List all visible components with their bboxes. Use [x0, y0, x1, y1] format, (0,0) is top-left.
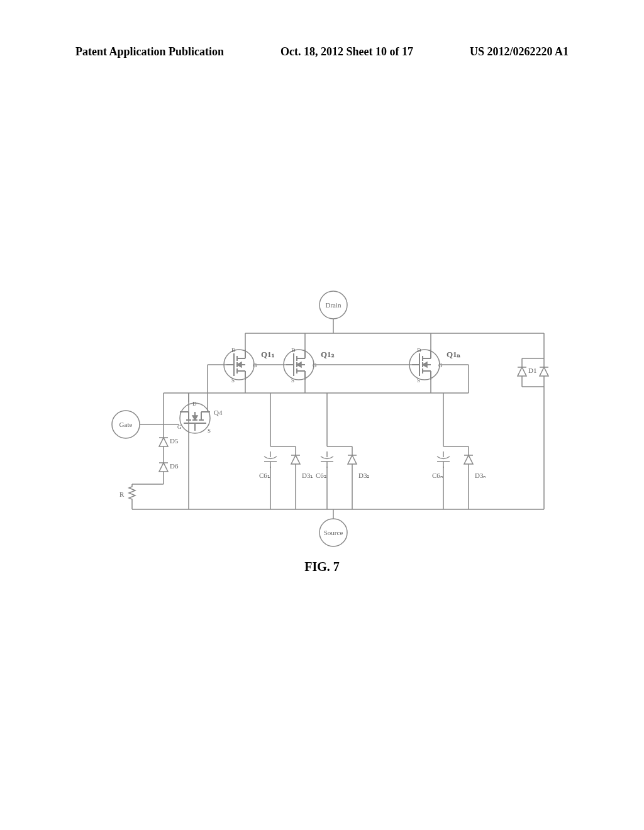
label-d6: D6: [170, 462, 179, 470]
header-center: Oct. 18, 2012 Sheet 10 of 17: [280, 45, 413, 58]
label-d32: D3₂: [358, 472, 369, 479]
pin-g: G: [177, 424, 182, 430]
pin-d: D: [231, 347, 236, 353]
label-q4: Q4: [214, 409, 223, 416]
label-c61: C6₁: [259, 472, 270, 479]
pin-s: S: [208, 428, 211, 434]
pin-g: G: [313, 362, 317, 368]
header-right: US 2012/0262220 A1: [470, 45, 569, 58]
pin-g: G: [253, 362, 257, 368]
label-c6n: C6ₙ: [432, 472, 443, 479]
figure-caption: FIG. 7: [0, 560, 644, 574]
pin-g: G: [438, 362, 443, 368]
label-d3n: D3ₙ: [475, 472, 486, 479]
label-q1n: Q1ₙ: [447, 350, 461, 359]
label-c62: C6₂: [316, 472, 326, 479]
circuit-figure: Drain Gate Source Q1₁ Q1₂ Q1ₙ Q4 D D D G…: [82, 289, 560, 553]
label-q11: Q1₁: [261, 350, 275, 359]
pin-d: D: [192, 401, 197, 407]
label-q12: Q1₂: [321, 350, 335, 359]
pin-s: S: [231, 377, 235, 384]
label-d5: D5: [170, 437, 179, 445]
pin-s: S: [291, 377, 294, 384]
label-r: R: [119, 490, 125, 498]
label-d31: D3₁: [302, 472, 313, 479]
terminal-gate-label: Gate: [119, 421, 133, 428]
pin-s: S: [417, 377, 420, 384]
pin-d: D: [291, 347, 296, 353]
terminal-source-label: Source: [324, 529, 343, 536]
terminal-drain-label: Drain: [325, 301, 341, 309]
circuit-svg: Drain Gate Source Q1₁ Q1₂ Q1ₙ Q4 D D D G…: [82, 289, 560, 553]
pin-d: D: [417, 347, 421, 353]
header-left: Patent Application Publication: [75, 45, 224, 58]
page-header: Patent Application Publication Oct. 18, …: [0, 45, 644, 58]
label-d1: D1: [528, 367, 536, 374]
